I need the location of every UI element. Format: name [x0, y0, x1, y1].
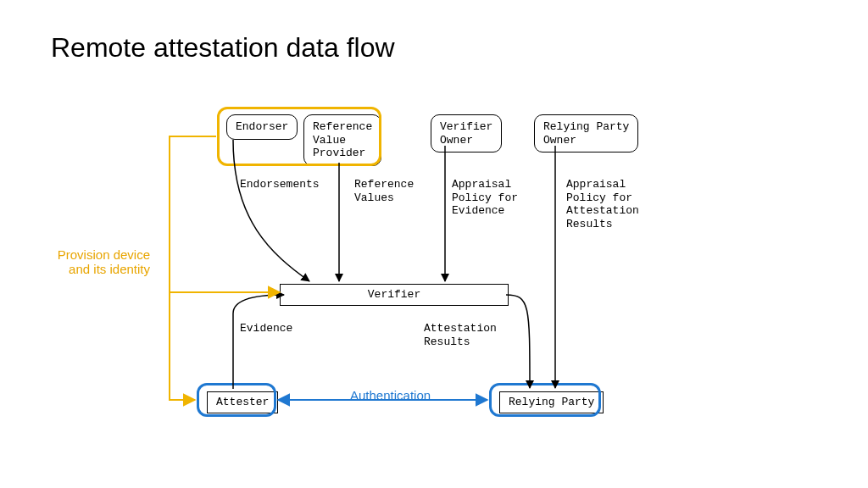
edge-appraisal-evidence-label: Appraisal Policy for Evidence — [452, 178, 518, 218]
node-verifier-label: Verifier — [368, 288, 420, 301]
edge-reference-values-label: Reference Values — [354, 178, 414, 204]
caption-provision: Provision device and its identity — [53, 247, 150, 276]
edge-appraisal-results-label: Appraisal Policy for Attestation Results — [566, 178, 639, 230]
edge-attestation-results-label: Attestation Results — [424, 322, 497, 348]
node-relying-party-owner-label: Relying Party Owner — [543, 120, 629, 147]
node-verifier-owner-label: Verifier Owner — [440, 120, 492, 147]
node-verifier-owner: Verifier Owner — [431, 114, 502, 152]
group-relying-party-highlight — [489, 383, 601, 417]
node-relying-party-owner: Relying Party Owner — [534, 114, 638, 152]
edge-evidence-label: Evidence — [240, 322, 292, 336]
caption-authentication: Authentication — [350, 388, 431, 402]
diagram-arrows — [0, 0, 868, 488]
page-title: Remote attestation data flow — [51, 32, 395, 64]
group-provision-source — [217, 107, 381, 166]
group-attester-highlight — [197, 383, 276, 417]
edge-endorsements-label: Endorsements — [240, 178, 320, 191]
node-verifier: Verifier — [280, 284, 509, 306]
